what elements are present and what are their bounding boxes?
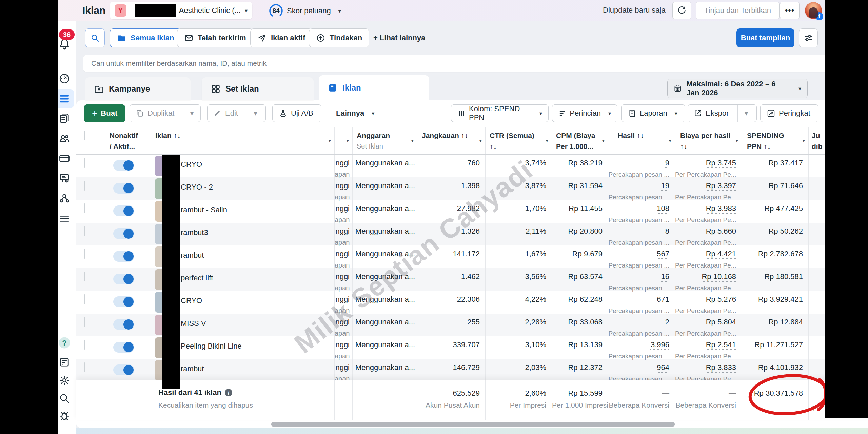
table-row[interactable]: rambut nggi apan Menggunakan a... 141.17…	[76, 245, 868, 268]
row-checkbox[interactable]	[84, 249, 85, 259]
create-button[interactable]: + Buat	[84, 104, 125, 122]
table-row[interactable]: Peeling Bikini Line nggi apan Menggunaka…	[76, 336, 868, 359]
active-toggle[interactable]	[113, 251, 134, 262]
ab-test-button[interactable]: Uji A/B	[272, 104, 321, 122]
column-header-hasil[interactable]: Hasil ↑↓ ▾	[608, 127, 675, 154]
table-row[interactable]: MISS V nggi apan Menggunakan a... 255 2,…	[76, 314, 868, 336]
column-header-clipped[interactable]: ▾	[334, 127, 352, 154]
ad-name[interactable]: CRYO - 2	[181, 178, 213, 192]
ad-name[interactable]: rambut	[181, 246, 204, 260]
filter-tab-iklan-aktif[interactable]: Iklan aktif	[250, 28, 312, 47]
column-header-biaya[interactable]: Biaya per hasil ↑↓ ▾	[675, 127, 742, 154]
search-icon[interactable]	[58, 392, 71, 405]
ad-name[interactable]: Peeling Bikini Line	[181, 337, 242, 351]
assets-network-icon[interactable]	[58, 192, 71, 204]
row-checkbox[interactable]	[84, 294, 85, 304]
edit-button[interactable]: Edit ▾	[207, 104, 266, 122]
ad-name[interactable]: CRYO	[181, 156, 202, 169]
breakdown-icon	[558, 109, 566, 118]
table-row[interactable]: perfect lift nggi apan Menggunakan a... …	[76, 268, 868, 291]
row-checkbox[interactable]	[84, 158, 85, 168]
feedback-note-icon[interactable]	[58, 356, 71, 368]
row-checkbox[interactable]	[84, 340, 85, 350]
reach-cell: 146.729	[417, 359, 485, 383]
tab-set-iklan[interactable]: Set Iklan	[202, 77, 314, 100]
pages-icon[interactable]	[58, 112, 71, 124]
filters-settings-button[interactable]	[799, 28, 818, 47]
more-options-button[interactable]: •••	[780, 2, 800, 19]
edit-dropdown[interactable]: ▾	[247, 105, 264, 122]
settings-gear-icon[interactable]	[58, 374, 71, 387]
row-checkbox[interactable]	[84, 362, 85, 372]
column-header-cpm[interactable]: CPM (Biaya Per 1.000... ▾	[552, 127, 608, 154]
ad-name[interactable]: MISS V	[181, 315, 206, 328]
active-toggle[interactable]	[113, 228, 134, 239]
active-toggle[interactable]	[113, 296, 134, 307]
active-toggle[interactable]	[113, 342, 134, 353]
active-toggle[interactable]	[113, 319, 134, 330]
reports-button[interactable]: Laporan ▾	[621, 104, 685, 122]
refresh-button[interactable]	[672, 2, 691, 19]
see-more-filters-button[interactable]: + Lihat lainnya	[373, 28, 425, 47]
column-header-iklan[interactable]: Iklan ↑↓ ▾	[152, 127, 334, 154]
row-checkbox[interactable]	[84, 203, 85, 213]
duplicate-button[interactable]: Duplikat ▾	[130, 104, 201, 122]
duplicate-dropdown[interactable]: ▾	[183, 105, 200, 122]
table-row[interactable]: CRYO nggi apan Menggunakan a... 760 3,74…	[76, 155, 868, 177]
export-dropdown[interactable]: ▾	[737, 105, 754, 122]
active-toggle[interactable]	[113, 205, 134, 216]
ad-name[interactable]: rambut	[181, 360, 204, 373]
create-view-button[interactable]: Buat tampilan	[736, 28, 794, 47]
campaigns-table-icon[interactable]	[58, 93, 71, 105]
tab-kampanye[interactable]: Kampanye	[85, 77, 191, 100]
column-header-ctr[interactable]: CTR (Semua) ↑↓ ▾	[485, 127, 552, 154]
filter-search-button[interactable]	[85, 28, 105, 47]
row-checkbox[interactable]	[84, 226, 85, 236]
scrollbar-thumb[interactable]	[271, 422, 675, 427]
column-header-jangkauan[interactable]: Jangkauan ↑↓ ▾	[417, 127, 485, 154]
opportunity-score[interactable]: 84 Skor peluang ▾	[269, 3, 341, 18]
help-icon[interactable]: ?	[58, 337, 71, 349]
columns-button[interactable]: Kolom: SPEND PPN ▾	[451, 104, 549, 122]
active-toggle[interactable]	[113, 274, 134, 284]
column-header-status[interactable]: Nonaktif / Aktif...	[104, 127, 152, 154]
row-checkbox[interactable]	[84, 272, 85, 281]
ad-name[interactable]: rambut - Salin	[181, 201, 227, 214]
row-checkbox[interactable]	[84, 181, 85, 191]
info-icon[interactable]: i	[225, 389, 232, 396]
ad-name[interactable]: CRYO	[181, 292, 202, 305]
avatar[interactable]: f	[805, 2, 822, 19]
filter-tab-tindakan[interactable]: Tindakan	[309, 28, 369, 47]
filter-tab-telah-terkirim[interactable]: Telah terkirim	[177, 28, 253, 47]
breakdown-button[interactable]: Perincian ▾	[552, 104, 617, 122]
review-publish-button[interactable]: Tinjau dan Terbitkan	[696, 2, 780, 19]
account-selector[interactable]: Y Aesthetic Clinic (... ▾	[110, 2, 252, 19]
gauge-icon[interactable]	[58, 73, 71, 85]
table-row[interactable]: CRYO nggi apan Menggunakan a... 22.306 4…	[76, 291, 868, 314]
bug-icon[interactable]	[58, 410, 71, 422]
ad-name[interactable]: perfect lift	[181, 269, 213, 282]
paper-plane-icon	[257, 33, 267, 43]
search-input[interactable]	[83, 55, 829, 72]
chevron-down-icon: ▾	[798, 85, 801, 92]
active-toggle[interactable]	[113, 160, 134, 171]
column-header-spending[interactable]: SPENDING PPN ↑↓ ▾	[742, 127, 808, 154]
date-range-selector[interactable]: Maksimal: 6 Des 2022 – 6 Jan 2026 ▾	[667, 79, 808, 98]
active-toggle[interactable]	[113, 364, 134, 375]
row-checkbox[interactable]	[84, 317, 85, 327]
billing-card-icon[interactable]	[58, 152, 71, 164]
cost-cell: Rp 3.397 Per Percakapan Pe...	[675, 177, 742, 201]
select-all-checkbox[interactable]	[84, 131, 85, 140]
active-toggle[interactable]	[113, 183, 134, 194]
ad-name[interactable]: rambut3	[181, 224, 208, 237]
ranking-button[interactable]: Peringkat	[760, 104, 818, 122]
adset-grid-icon	[211, 84, 221, 94]
tab-iklan[interactable]: Iklan	[319, 75, 429, 100]
more-actions-button[interactable]: Lainnya ▾	[330, 104, 380, 122]
audience-icon[interactable]	[58, 132, 71, 144]
export-button[interactable]: Ekspor ▾	[688, 104, 757, 122]
column-header-anggaran[interactable]: Anggaran Set Iklan ▾	[352, 127, 417, 154]
billboard-icon[interactable]	[58, 172, 71, 184]
menu-icon[interactable]	[58, 213, 71, 225]
filter-tab-semua-iklan[interactable]: Semua iklan	[110, 28, 181, 47]
